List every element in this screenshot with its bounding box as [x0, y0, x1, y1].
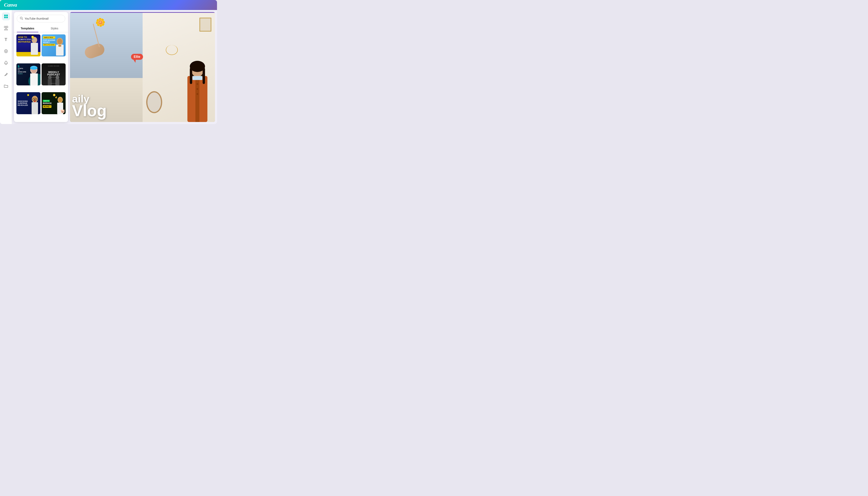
svg-rect-14 [31, 43, 38, 55]
canvas-text-title: Vlog [72, 104, 213, 118]
template-1-text: HOW TO ALWAYS STAY MOTIVATED [18, 36, 31, 43]
svg-rect-46 [192, 76, 202, 80]
svg-line-12 [22, 19, 23, 20]
svg-rect-30 [32, 102, 38, 114]
vlog-text-overlay: aily Vlog [72, 94, 213, 118]
sidebar-item-apps[interactable] [2, 47, 10, 55]
tab-styles[interactable]: Styles [41, 25, 68, 32]
canvas-area: 🌼 [70, 12, 215, 122]
template-card-6[interactable]: HOW TO MANAGE MONEY 🪙 💰 [42, 92, 66, 114]
svg-rect-21 [30, 73, 38, 86]
template-card-2[interactable]: SIMPLE TRICK FOR MAKINGMONEY WITH LITTLE… [42, 34, 66, 57]
sidebar: T [0, 10, 12, 124]
sidebar-item-templates[interactable] [2, 12, 10, 20]
svg-point-4 [4, 26, 6, 28]
svg-rect-1 [6, 15, 8, 16]
template-card-4[interactable]: CLAUDIA WILSON WEEKLYPODCAST EPISODE #13 [42, 63, 66, 86]
template-3-number: 5 [18, 65, 26, 68]
svg-point-48 [197, 88, 198, 90]
template-card-1[interactable]: HOW TO ALWAYS STAY MOTIVATED [16, 34, 41, 57]
search-bar[interactable]: YouTube thumbnail [17, 15, 65, 22]
templates-grid: HOW TO ALWAYS STAY MOTIVATED [14, 32, 68, 122]
sidebar-item-uploads[interactable] [2, 59, 10, 67]
tabs-row: Templates Styles [14, 25, 68, 32]
ellie-tooltip-container: Ellie [131, 54, 143, 63]
svg-rect-43 [190, 68, 192, 84]
template-card-3[interactable]: 5 STEPSTOSKINCARE Routine [16, 63, 41, 86]
search-value: YouTube thumbnail [25, 17, 62, 20]
header: Canva [0, 0, 217, 10]
tooltip-cursor [134, 60, 136, 63]
template-card-5[interactable]: SHOCKINGSURPRISEREVEALED ✸ [16, 92, 41, 114]
template-2-badge: SIMPLE TRICK [43, 36, 55, 38]
sidebar-item-draw[interactable] [2, 71, 10, 78]
svg-rect-0 [4, 15, 6, 16]
search-icon [20, 17, 23, 20]
main-layout: T [0, 10, 217, 124]
canvas-preview: 🌼 [70, 12, 215, 122]
template-4-episode: EPISODE #13 [50, 77, 57, 78]
tab-templates[interactable]: Templates [14, 25, 41, 32]
template-4-host: CLAUDIA WILSON [42, 65, 66, 67]
svg-point-19 [58, 45, 61, 47]
template-4-guest: AARON LOEB [42, 81, 66, 84]
app-container: Canva T [0, 0, 217, 124]
svg-point-18 [57, 38, 62, 44]
template-6-text: HOW TO MANAGE MONEY [43, 98, 51, 108]
search-container: YouTube thumbnail [14, 12, 68, 22]
sidebar-item-text[interactable]: T [2, 36, 10, 44]
template-3-subtitle: Routine [18, 73, 26, 74]
svg-point-47 [197, 83, 198, 85]
svg-rect-3 [6, 17, 8, 18]
template-2-text: FOR MAKINGMONEY [43, 39, 55, 43]
canvas-border [70, 12, 215, 13]
necklace-chain [166, 45, 178, 55]
svg-point-35 [34, 100, 36, 102]
svg-rect-24 [30, 67, 37, 69]
template-3-text: STEPSTOSKINCARE [18, 68, 26, 73]
template-5-text: SHOCKINGSURPRISEREVEALED [18, 100, 28, 106]
template-panel: YouTube thumbnail Templates Styles HOW T… [14, 12, 68, 122]
canva-logo: Canva [4, 2, 17, 8]
svg-marker-6 [4, 28, 7, 30]
sidebar-item-folder[interactable] [2, 82, 10, 90]
svg-point-38 [58, 98, 62, 102]
svg-point-8 [5, 51, 6, 52]
svg-rect-5 [6, 26, 8, 28]
template-4-title: WEEKLYPODCAST [47, 71, 60, 76]
svg-rect-2 [4, 17, 6, 18]
sidebar-item-elements[interactable] [2, 24, 10, 32]
svg-rect-44 [203, 68, 205, 84]
template-2-sub: WITH LITTLE WORK [43, 44, 55, 46]
tooltip-label: Ellie [131, 54, 143, 60]
